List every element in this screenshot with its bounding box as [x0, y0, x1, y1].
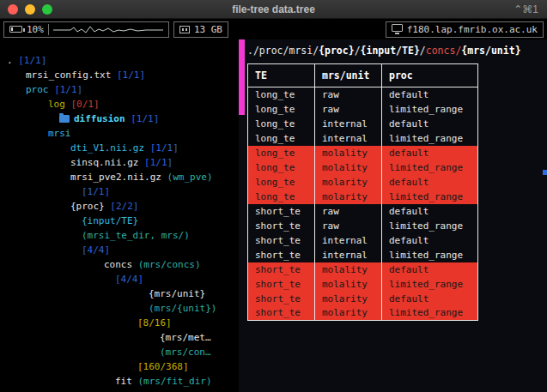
table-cell: short_te: [248, 204, 315, 219]
tree-segment: [1/1]: [117, 69, 145, 81]
scrollbar-thumb[interactable]: [543, 170, 547, 175]
tree-line[interactable]: concs (mrs/concs): [0, 257, 239, 272]
tree-segment: [1/1]: [144, 157, 173, 168]
table-row[interactable]: short_teinternaldefault: [248, 233, 478, 248]
titlebar: file-tree data.tree ⌃⌘1: [0, 0, 547, 19]
table-cell: limited_range: [382, 248, 478, 262]
table-row[interactable]: short_temolaritylimited_range: [248, 306, 478, 321]
battery-group: 10%: [3, 21, 169, 38]
tree-line[interactable]: [160/368]: [0, 359, 239, 374]
close-button[interactable]: [8, 4, 18, 15]
window-title: file-tree data.tree: [0, 3, 547, 15]
tree-line[interactable]: diffusion [1/1]: [0, 112, 239, 126]
tree-line[interactable]: mrsi_config.txt [1/1]: [0, 68, 239, 82]
table-row[interactable]: long_teinternaldefault: [248, 117, 478, 131]
tree-segment: mrsi: [48, 128, 71, 139]
table-row[interactable]: long_temolaritydefault: [248, 175, 478, 190]
table-row[interactable]: short_teinternallimited_range: [248, 248, 478, 262]
table-cell: raw: [315, 87, 382, 102]
breadcrumb-segment: /: [420, 45, 426, 57]
active-pane-indicator: [239, 39, 245, 115]
minimize-button[interactable]: [25, 4, 35, 15]
tree-line[interactable]: mrsi_pve2.nii.gz (wm_pve): [0, 170, 239, 184]
tree-segment: sinsq.nii.gz: [70, 157, 144, 168]
main-content: . [1/1]mrsi_config.txt [1/1]proc [1/1]lo…: [0, 39, 547, 392]
table-cell: short_te: [248, 248, 315, 262]
table-row[interactable]: long_temolalitydefault: [248, 146, 478, 160]
tree-segment: .: [7, 55, 18, 66]
tree-line[interactable]: {mrs/unit}: [0, 286, 239, 301]
table-cell: molarity: [315, 175, 382, 190]
table-cell: long_te: [248, 190, 315, 204]
tree-line[interactable]: log [0/1]: [0, 97, 239, 112]
tree-line[interactable]: (mrsi_te_dir, mrs/): [0, 228, 239, 243]
tree-line[interactable]: {mrs/met…: [0, 330, 239, 345]
tree-segment: concs: [104, 259, 138, 270]
tree-segment: [4/4]: [115, 274, 143, 285]
tree-line[interactable]: [4/4]: [0, 243, 239, 257]
table-cell: limited_range: [382, 277, 478, 292]
table-cell: default: [382, 292, 478, 306]
tree-segment: [160/368]: [137, 361, 189, 372]
table-cell: internal: [315, 117, 382, 131]
tree-line[interactable]: mrsi: [0, 126, 239, 141]
column-header: TE: [248, 64, 315, 87]
battery-percent: 10%: [27, 24, 44, 35]
table-cell: long_te: [248, 117, 315, 131]
tree-segment: diffusion: [74, 113, 131, 124]
combinations-table: TEmrs/unitproc long_terawdefaultlong_ter…: [247, 63, 478, 321]
tree-segment: [1/1]: [131, 113, 159, 124]
table-row[interactable]: long_teinternallimited_range: [248, 131, 478, 146]
table-cell: limited_range: [382, 190, 478, 204]
table-row[interactable]: long_terawlimited_range: [248, 102, 478, 117]
tree-segment: fit: [115, 376, 138, 387]
table-row[interactable]: short_temolalitydefault: [248, 262, 478, 277]
tree-line[interactable]: fit (mrs/fit_dir): [0, 374, 239, 389]
tree-segment: proc: [26, 84, 54, 95]
table-cell: internal: [315, 233, 382, 248]
table-cell: short_te: [248, 306, 315, 321]
tree-line[interactable]: (mrs/con…: [0, 345, 239, 359]
tree-segment: [1/1]: [18, 55, 46, 66]
table-row[interactable]: long_temolalitylimited_range: [248, 160, 478, 175]
table-cell: limited_range: [382, 219, 478, 233]
tree-line[interactable]: [4/4]: [0, 272, 239, 286]
tree-segment: [8/16]: [137, 317, 172, 329]
tree-line[interactable]: dti_V1.nii.gz [1/1]: [0, 141, 239, 155]
table-cell: default: [382, 233, 478, 248]
breadcrumb-segment: {proc}: [319, 45, 355, 57]
tree-line[interactable]: {input/TE}: [0, 214, 239, 228]
memory-icon: [179, 26, 190, 33]
table-row[interactable]: long_terawdefault: [248, 87, 478, 102]
tree-line[interactable]: [1/1]: [0, 184, 239, 199]
tree-segment: (wm_pve): [167, 172, 213, 183]
tree-line[interactable]: . [1/1]: [0, 53, 239, 68]
tree-line[interactable]: (mrs/{unit}): [0, 301, 239, 316]
table-row[interactable]: short_temolaritydefault: [248, 292, 478, 306]
tree-line[interactable]: [8/16]: [0, 316, 239, 330]
battery-icon: [9, 26, 22, 33]
table-row[interactable]: short_terawdefault: [248, 204, 478, 219]
tree-line[interactable]: proc [1/1]: [0, 82, 239, 97]
tree-segment: [1/1]: [150, 142, 179, 154]
table-cell: short_te: [248, 219, 315, 233]
table-pane: ./proc/mrsi/{proc}/{input/TE}/concs/{mrs…: [239, 39, 547, 392]
tree-segment: (mrsi_te_dir, mrs/): [82, 230, 190, 241]
tree-segment: (mrs/concs): [138, 259, 201, 270]
terminal-window: file-tree data.tree ⌃⌘1 10% 13 GB f180.l…: [0, 0, 547, 392]
table-cell: default: [382, 117, 478, 131]
tree-line[interactable]: {proc} [2/2]: [0, 199, 239, 214]
zoom-button[interactable]: [42, 4, 52, 15]
table-row[interactable]: short_temolalitylimited_range: [248, 277, 478, 292]
table-cell: raw: [315, 219, 382, 233]
tree-segment: mrsi_config.txt: [26, 69, 117, 81]
tree-segment: dti_V1.nii.gz: [70, 142, 150, 154]
tree-segment: {mrs/unit}: [149, 288, 205, 299]
table-row[interactable]: long_temolaritylimited_range: [248, 190, 478, 204]
table-cell: long_te: [248, 175, 315, 190]
tree-line[interactable]: sinsq.nii.gz [1/1]: [0, 155, 239, 170]
table-cell: limited_range: [382, 102, 478, 117]
breadcrumb-segment: /: [355, 45, 361, 57]
table-cell: molarity: [315, 190, 382, 204]
table-row[interactable]: short_terawlimited_range: [248, 219, 478, 233]
